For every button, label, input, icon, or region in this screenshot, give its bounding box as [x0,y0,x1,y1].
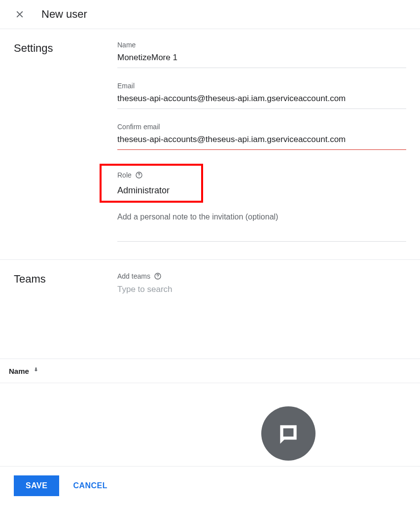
note-placeholder[interactable]: Add a personal note to the invitation (o… [117,213,406,242]
teams-search-input[interactable]: Type to search [117,285,406,299]
add-teams-label-text: Add teams [117,272,150,280]
email-field[interactable]: Email theseus-api-accounts@theseus-api.i… [117,82,406,109]
teams-section: Teams Add teams Type to search [0,260,420,319]
name-field[interactable]: Name MonetizeMore 1 [117,41,406,68]
svg-point-3 [157,278,158,278]
svg-point-1 [139,177,139,177]
email-label: Email [117,82,406,90]
role-label: Role [117,171,196,180]
name-value[interactable]: MonetizeMore 1 [117,53,406,68]
footer: SAVE CANCEL [0,466,420,505]
arrow-down-icon[interactable] [32,366,40,376]
add-teams-label: Add teams [117,272,406,281]
settings-section: Settings Name MonetizeMore 1 Email these… [0,29,420,260]
role-value[interactable]: Administrator [117,185,196,198]
help-icon[interactable] [153,272,162,281]
chat-icon [276,421,301,446]
cancel-button[interactable]: CANCEL [73,481,107,490]
note-field[interactable]: Add a personal note to the invitation (o… [117,213,406,242]
confirm-email-value[interactable]: theseus-api-accounts@theseus-api.iam.gse… [117,135,406,150]
save-button[interactable]: SAVE [14,475,59,496]
column-name[interactable]: Name [9,367,29,375]
header: New user [0,0,420,29]
help-icon[interactable] [135,171,143,180]
email-value[interactable]: theseus-api-accounts@theseus-api.iam.gse… [117,94,406,109]
confirm-email-label: Confirm email [117,123,406,131]
confirm-email-field[interactable]: Confirm email theseus-api-accounts@these… [117,123,406,150]
page-title: New user [41,8,87,21]
name-label: Name [117,41,406,49]
role-field-highlight: Role Administrator [100,164,203,203]
settings-heading: Settings [14,41,117,255]
chat-fab[interactable] [261,406,315,461]
close-icon[interactable] [14,8,26,20]
role-label-text: Role [117,171,132,179]
table-header[interactable]: Name [0,359,420,383]
teams-heading: Teams [14,272,117,299]
